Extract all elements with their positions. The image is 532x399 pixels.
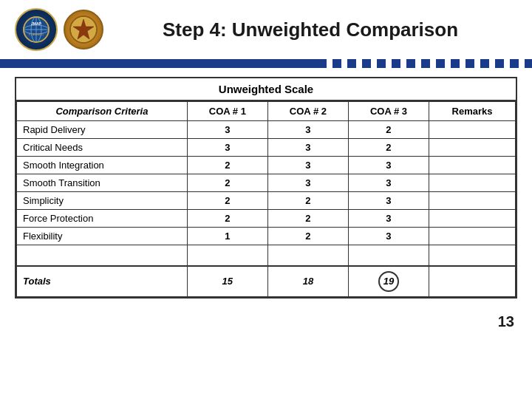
totals-remarks bbox=[429, 266, 516, 297]
totals-row: Totals151819 bbox=[17, 266, 516, 297]
row-coa1: 2 bbox=[187, 210, 267, 228]
row-coa2: 3 bbox=[267, 174, 348, 192]
table-row: Simplicity223 bbox=[17, 192, 516, 210]
table-row: Force Protection223 bbox=[17, 210, 516, 228]
totals-coa3: 19 bbox=[348, 266, 429, 297]
col-coa1: COA # 1 bbox=[187, 102, 267, 121]
row-coa3: 3 bbox=[348, 228, 429, 245]
row-coa2: 3 bbox=[267, 139, 348, 157]
col-coa3: COA # 3 bbox=[348, 102, 429, 121]
stripe-dashed bbox=[288, 59, 532, 68]
svg-text:JMAP: JMAP bbox=[31, 21, 42, 26]
main-content: Unweighted Scale Comparison Criteria COA… bbox=[0, 68, 532, 310]
footer: 13 bbox=[0, 310, 532, 330]
row-remarks bbox=[429, 121, 516, 139]
row-coa3: 3 bbox=[348, 174, 429, 192]
row-coa1: 1 bbox=[187, 228, 267, 245]
page-title: Step 4: Unweighted Comparison bbox=[103, 18, 517, 41]
table-section-title: Unweighted Scale bbox=[16, 78, 516, 101]
totals-coa2: 18 bbox=[267, 266, 348, 297]
totals-label: Totals bbox=[17, 266, 188, 297]
svg-text:PLANNING: PLANNING bbox=[29, 33, 44, 36]
page-number: 13 bbox=[498, 313, 514, 330]
table-row: Smooth Transition233 bbox=[17, 174, 516, 192]
row-coa2: 3 bbox=[267, 157, 348, 174]
table-header-row: Comparison Criteria COA # 1 COA # 2 COA … bbox=[17, 102, 516, 121]
row-criteria: Force Protection bbox=[17, 210, 188, 228]
table-row: Critical Needs332 bbox=[17, 139, 516, 157]
decorative-stripe bbox=[0, 59, 532, 68]
comparison-table: Comparison Criteria COA # 1 COA # 2 COA … bbox=[16, 101, 516, 297]
logos: JMAP PLANNING bbox=[15, 8, 103, 51]
row-coa2: 2 bbox=[267, 228, 348, 245]
row-criteria: Flexibility bbox=[17, 228, 188, 245]
row-coa3: 2 bbox=[348, 139, 429, 157]
row-coa1: 2 bbox=[187, 192, 267, 210]
row-coa1: 2 bbox=[187, 174, 267, 192]
row-coa2: 3 bbox=[267, 121, 348, 139]
logo-2 bbox=[64, 10, 103, 50]
row-criteria: Simplicity bbox=[17, 192, 188, 210]
row-remarks bbox=[429, 174, 516, 192]
circled-total: 19 bbox=[378, 271, 399, 292]
col-criteria: Comparison Criteria bbox=[17, 102, 188, 121]
row-coa1: 3 bbox=[187, 139, 267, 157]
row-remarks bbox=[429, 192, 516, 210]
row-coa3: 3 bbox=[348, 157, 429, 174]
row-criteria: Smooth Transition bbox=[17, 174, 188, 192]
row-coa1: 3 bbox=[187, 121, 267, 139]
row-remarks bbox=[429, 139, 516, 157]
row-criteria: Critical Needs bbox=[17, 139, 188, 157]
row-coa2: 2 bbox=[267, 192, 348, 210]
row-criteria: Rapid Delivery bbox=[17, 121, 188, 139]
row-coa3: 3 bbox=[348, 210, 429, 228]
totals-coa1: 15 bbox=[187, 266, 267, 297]
comparison-table-wrapper: Unweighted Scale Comparison Criteria COA… bbox=[15, 77, 517, 299]
row-remarks bbox=[429, 157, 516, 174]
row-coa1: 2 bbox=[187, 157, 267, 174]
row-coa3: 3 bbox=[348, 192, 429, 210]
spacer-row bbox=[17, 245, 516, 266]
row-remarks bbox=[429, 210, 516, 228]
table-row: Rapid Delivery332 bbox=[17, 121, 516, 139]
row-coa2: 2 bbox=[267, 210, 348, 228]
header: JMAP PLANNING Step 4: Unweighted Compari… bbox=[0, 0, 532, 59]
table-row: Flexibility123 bbox=[17, 228, 516, 245]
col-coa2: COA # 2 bbox=[267, 102, 348, 121]
col-remarks: Remarks bbox=[429, 102, 516, 121]
table-row: Smooth Integration233 bbox=[17, 157, 516, 174]
stripe-solid bbox=[0, 59, 288, 68]
row-criteria: Smooth Integration bbox=[17, 157, 188, 174]
logo-1: JMAP PLANNING bbox=[15, 8, 58, 51]
row-remarks bbox=[429, 228, 516, 245]
row-coa3: 2 bbox=[348, 121, 429, 139]
